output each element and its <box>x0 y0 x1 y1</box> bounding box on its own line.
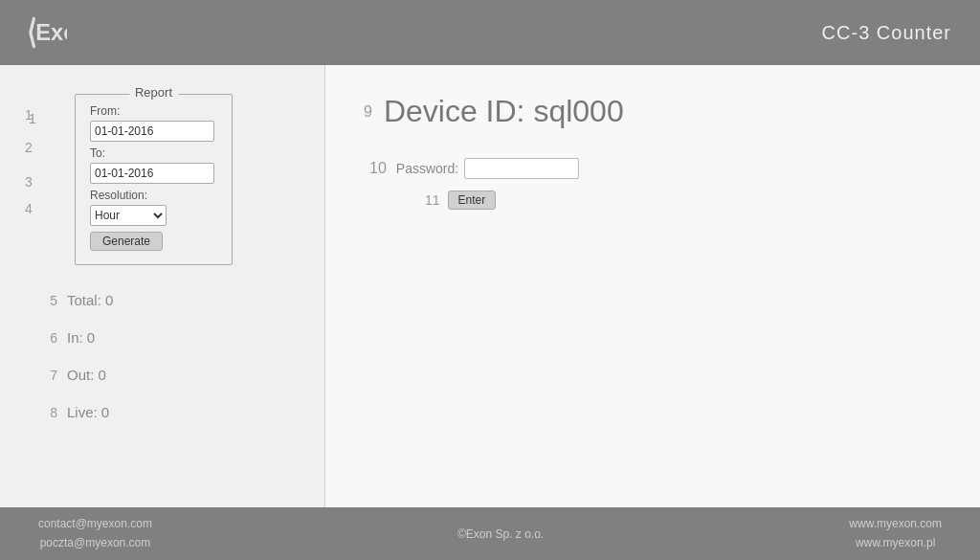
from-label: From: <box>90 104 217 118</box>
password-row: 10 Password: <box>364 158 942 179</box>
footer-center: ©Exon Sp. z o.o. <box>457 527 544 541</box>
password-num: 10 <box>369 160 387 177</box>
from-section: From: <box>90 104 217 142</box>
password-label: Password: <box>396 161 458 176</box>
live-row: 8 Live: 0 <box>19 404 305 420</box>
stat-num-7: 7 <box>29 368 57 383</box>
stat-num-6: 6 <box>29 330 57 346</box>
footer-poczta: poczta@myexon.com <box>38 534 152 552</box>
device-num: 9 <box>364 103 372 121</box>
left-panel: 1 Report From: To: <box>0 65 325 507</box>
in-label: In: 0 <box>67 329 95 346</box>
stat-num-5: 5 <box>29 293 57 308</box>
report-box: Report From: To: Resolution: <box>75 94 233 265</box>
to-input[interactable] <box>90 163 214 184</box>
row-number-2-label: 2 <box>25 140 33 155</box>
logo: Exon <box>29 13 71 52</box>
to-label: To: <box>90 146 217 160</box>
enter-row: 11 Enter <box>419 190 942 210</box>
resolution-label: Resolution: <box>90 189 217 202</box>
total-label: Total: 0 <box>67 292 113 308</box>
generate-section: Generate <box>90 232 217 251</box>
total-row: 5 Total: 0 <box>19 292 305 308</box>
footer-www2: www.myexon.pl <box>849 534 942 552</box>
password-input[interactable] <box>464 158 579 179</box>
stats-section: 5 Total: 0 6 In: 0 7 Out: 0 8 Live: 0 <box>19 292 305 420</box>
row-number-1-label: 1 <box>25 107 33 123</box>
stat-num-8: 8 <box>29 405 57 420</box>
enter-button[interactable]: Enter <box>448 190 497 210</box>
generate-button[interactable]: Generate <box>90 232 163 251</box>
resolution-section: Resolution: Hour Day Week Month <box>90 189 217 226</box>
resolution-select[interactable]: Hour Day Week Month <box>90 205 167 226</box>
device-title: Device ID: sql000 <box>384 94 624 129</box>
right-panel: 9 Device ID: sql000 10 Password: 11 Ente… <box>325 65 980 507</box>
from-input[interactable] <box>90 121 214 142</box>
report-legend: Report <box>129 85 178 100</box>
svg-text:Exon: Exon <box>35 20 67 45</box>
row-number-4-label: 4 <box>25 201 33 216</box>
row-number-3-label: 3 <box>25 174 33 190</box>
header: Exon CC-3 Counter <box>0 0 980 65</box>
header-title: CC-3 Counter <box>822 22 951 44</box>
live-label: Live: 0 <box>67 404 109 420</box>
out-row: 7 Out: 0 <box>19 367 305 383</box>
main-area: 1 Report From: To: <box>0 65 980 507</box>
enter-num: 11 <box>425 192 440 208</box>
footer-contact: contact@myexon.com <box>38 515 152 533</box>
out-label: Out: 0 <box>67 367 106 383</box>
logo-icon: Exon <box>29 13 67 52</box>
footer: contact@myexon.com poczta@myexon.com ©Ex… <box>0 507 980 560</box>
in-row: 6 In: 0 <box>19 329 305 346</box>
footer-left: contact@myexon.com poczta@myexon.com <box>38 515 152 551</box>
footer-right: www.myexon.com www.myexon.pl <box>849 515 942 551</box>
footer-www1: www.myexon.com <box>849 515 942 533</box>
device-row: 9 Device ID: sql000 <box>364 94 942 129</box>
to-section: To: <box>90 146 217 184</box>
